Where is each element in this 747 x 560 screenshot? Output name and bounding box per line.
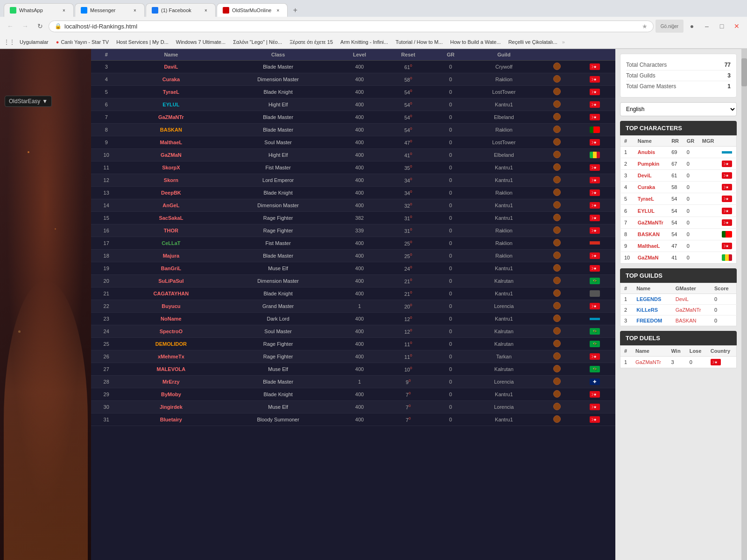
stat-gm-label: Total Game Masters (626, 83, 676, 90)
minimize-button[interactable]: – (700, 20, 713, 33)
main-area[interactable]: # Name Class Level Reset GR Guild 3 Davi… (91, 49, 615, 560)
tab-oldstar-close[interactable]: × (274, 7, 282, 14)
extensions-button[interactable]: ● (685, 20, 698, 33)
cell-name[interactable]: BanGriL (121, 262, 220, 275)
guild-icon (553, 415, 561, 423)
star-icon[interactable]: ★ (642, 23, 648, 30)
bookmark-arm[interactable]: Arm Knitting - Infini... (338, 38, 391, 46)
cell-rank: 7 (91, 111, 121, 124)
cell-name[interactable]: Bluetairy (121, 413, 220, 426)
cell-guild: Kalrutan (468, 363, 540, 376)
cell-name[interactable]: ByMoby (121, 388, 220, 401)
bookmark-saloni[interactable]: Σαλόνι "Lego" | Νέο... (230, 38, 285, 46)
tc-name[interactable]: Curaka (634, 182, 668, 193)
tg-name[interactable]: FREEDOM (633, 315, 672, 326)
tab-messenger[interactable]: Messenger × (75, 3, 145, 17)
cell-name[interactable]: MrErzy (121, 376, 220, 388)
tc-name[interactable]: GaZMaNTr (634, 217, 668, 228)
cell-name[interactable]: Buyucu (121, 300, 220, 313)
cell-name[interactable]: GaZMaNTr (121, 111, 220, 124)
bookmark-tutorial[interactable]: Tutorial / How to M... (393, 38, 445, 46)
cell-name[interactable]: TyraeL (121, 86, 220, 98)
bookmark-canli[interactable]: ● Canlı Yayın - Star TV (53, 38, 112, 46)
cell-name[interactable]: SkorpX (121, 161, 220, 174)
cell-flag: ☽★ (574, 401, 615, 413)
cell-name[interactable]: CAGATAYHAN (121, 287, 220, 300)
tab-messenger-close[interactable]: × (131, 7, 139, 14)
tc-name[interactable]: GaZMaN (634, 252, 668, 263)
forward-button[interactable]: → (19, 20, 32, 33)
tab-whatsapp-close[interactable]: × (60, 7, 68, 14)
bookmark-recelli[interactable]: Reçelli ve Çikolatalı... (506, 38, 560, 46)
tc-gr: 0 (683, 205, 698, 217)
language-select[interactable]: English Turkish German Portuguese (620, 102, 737, 116)
tc-name[interactable]: EYLUL (634, 205, 668, 217)
cell-name[interactable]: DaviL (121, 61, 220, 73)
scroll-thumb[interactable] (741, 58, 747, 86)
cell-gr: 0 (433, 124, 468, 136)
go-button[interactable]: Gö.niğer (655, 20, 684, 33)
tg-name[interactable]: LEGENDS (633, 294, 672, 304)
cell-name[interactable]: xMehmeTx (121, 350, 220, 363)
tc-rank: 7 (620, 217, 634, 228)
cell-name[interactable]: AnGeL (121, 199, 220, 212)
table-row: 14 AnGeL Dimension Master 400 320 0 Kant… (91, 199, 615, 212)
tab-facebook-close[interactable]: × (202, 7, 210, 14)
tg-gmaster[interactable]: DeviL (672, 294, 711, 304)
tab-oldstar[interactable]: OldStarMuOnline × (217, 3, 288, 17)
bookmark-win7[interactable]: Windows 7 Ultimate... (173, 38, 228, 46)
tab-messenger-title: Messenger (90, 7, 128, 13)
cell-name[interactable]: BASKAN (121, 124, 220, 136)
cell-rank: 19 (91, 262, 121, 275)
tc-name[interactable]: TyraeL (634, 193, 668, 205)
cell-name[interactable]: GaZMaN (121, 149, 220, 161)
cell-name[interactable]: MalthaeL (121, 136, 220, 149)
tg-gmaster[interactable]: BASKAN (672, 315, 711, 326)
tab-facebook[interactable]: (1) Facebook × (146, 3, 216, 17)
close-button[interactable]: ✕ (730, 20, 743, 33)
cell-name[interactable]: Skorn (121, 174, 220, 187)
guild-icon (553, 340, 561, 347)
cell-name[interactable]: DEMOLIDOR (121, 338, 220, 350)
tc-name[interactable]: DeviL (634, 170, 668, 182)
bookmark-host[interactable]: Host Services | My D... (113, 38, 171, 46)
tab-whatsapp[interactable]: WhatsApp × (4, 3, 74, 17)
cell-name[interactable]: SuLiPaSul (121, 275, 220, 287)
cell-reset: 540 (383, 86, 433, 98)
more-bookmarks[interactable]: » (562, 39, 565, 45)
maximize-button[interactable]: □ (715, 20, 728, 33)
tc-name[interactable]: MalthaeL (634, 240, 668, 252)
tg-name[interactable]: KiLLeRS (633, 304, 672, 315)
reload-button[interactable]: ↻ (34, 20, 47, 33)
bookmark-xerate[interactable]: Ξέρατε ότι έχετε 15 (287, 38, 336, 46)
cell-name[interactable]: THOR (121, 224, 220, 237)
bookmark-uygulamalar[interactable]: Uygulamalar (17, 38, 51, 46)
back-button[interactable]: ← (4, 20, 17, 33)
duel-name[interactable]: GaZMaNTr (632, 356, 668, 368)
tc-name[interactable]: Pumpkin (634, 158, 668, 170)
table-row: 7 GaZMaNTr Blade Master 400 540 0 Elbela… (91, 111, 615, 124)
cell-name[interactable]: Majura (121, 250, 220, 262)
bookmark-water[interactable]: How to Build a Wate... (447, 38, 503, 46)
new-tab-button[interactable]: + (289, 4, 302, 17)
cell-name[interactable]: Jingirdek (121, 401, 220, 413)
tg-gmaster[interactable]: GaZMaNTr (672, 304, 711, 315)
site-dropdown[interactable]: OldStarEasy ▼ (5, 96, 52, 107)
tc-name[interactable]: BASKAN (634, 228, 668, 240)
cell-name[interactable]: EYLUL (121, 98, 220, 111)
cell-name[interactable]: SacSakaL (121, 212, 220, 224)
cell-name[interactable]: SpectroO (121, 325, 220, 338)
cell-name[interactable]: DeepBK (121, 187, 220, 199)
apps-icon[interactable]: ⋮⋮ (4, 39, 15, 45)
tc-mgr (698, 170, 718, 182)
top-char-row: 2 Pumpkin 67 0 ☽★ (620, 158, 737, 170)
cell-name[interactable]: NoName (121, 313, 220, 325)
scrollbar[interactable] (741, 49, 747, 560)
cell-name[interactable]: CeLLaT (121, 237, 220, 250)
table-row: 6 EYLUL Hight Elf 400 540 0 Kantru1 ☽★ (91, 98, 615, 111)
address-bar[interactable]: 🔒 localhost/-id-Rankings.html ★ (49, 21, 654, 32)
cell-name[interactable]: MALEVOLA (121, 363, 220, 376)
tc-name[interactable]: Anubis (634, 147, 668, 158)
table-row: 24 SpectroO Soul Master 400 120 0 Kalrut… (91, 325, 615, 338)
cell-name[interactable]: Curaka (121, 73, 220, 86)
